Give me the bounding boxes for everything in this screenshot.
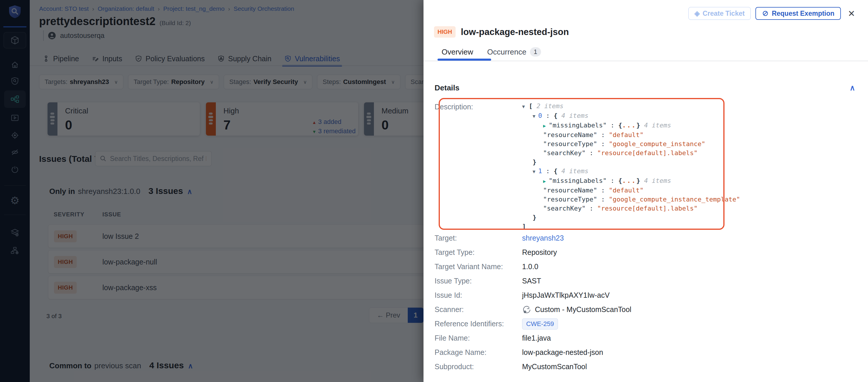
field-target: Target: shreyansh23 [435,231,843,245]
app-window: ⚙ Account: STO test › Organization: defa… [0,0,868,382]
request-exemption-button[interactable]: Request Exemption [755,7,841,20]
field-package-name: Package Name: low-package-nested-json [435,345,843,359]
panel-tabs-divider [424,61,868,61]
field-target-type: Target Type: Repository [435,245,843,259]
custom-scanner-icon [522,305,531,314]
field-issue-id: Issue Id: jHspJaWxTlkpAXY1Iw-acV [435,288,843,303]
field-target-variant-name: Target Variant Name: 1.0.0 [435,259,843,274]
cwe-chip[interactable]: CWE-259 [522,318,558,329]
occurrence-count-badge: 1 [530,47,541,57]
description-label: Description: [435,103,473,111]
description-json-viewer[interactable]: ▼ [ 2 items▼ 0 : { 4 items▶ "missingLabe… [522,101,740,231]
ticket-diamond-icon: ◈ [694,9,700,18]
chevron-up-icon[interactable]: ∧ [849,84,855,92]
panel-tabs: Overview Occurrence 1 [442,47,541,57]
create-ticket-button[interactable]: ◈ Create Ticket [688,7,751,20]
field-file-name: File Name: file1.java [435,331,843,345]
field-scanner: Scanner: Custom - MyCustomScanTool [435,303,843,317]
field-issue-type: Issue Type: SAST [435,274,843,288]
tab-occurrence[interactable]: Occurrence 1 [487,47,541,57]
field-reference-identifiers: Reference Identifiers: CWE-259 [435,317,843,331]
field-subproduct: Subproduct: MyCustomScanTool [435,359,843,374]
modal-dim-overlay [0,0,424,382]
details-fields: Target: shreyansh23 Target Type: Reposit… [435,231,843,374]
close-icon[interactable]: ✕ [848,8,855,19]
details-section-heading: Details [435,84,459,92]
panel-issue-title: low-package-nested-json [461,27,569,37]
panel-actions: ◈ Create Ticket Request Exemption ✕ [688,7,855,20]
issue-details-panel: ◈ Create Ticket Request Exemption ✕ HIGH… [424,0,868,382]
tab-overview[interactable]: Overview [442,47,473,57]
target-link[interactable]: shreyansh23 [522,234,564,242]
exemption-slash-icon [762,10,769,17]
active-tab-underline [437,59,491,61]
panel-severity-badge: HIGH [434,26,456,38]
